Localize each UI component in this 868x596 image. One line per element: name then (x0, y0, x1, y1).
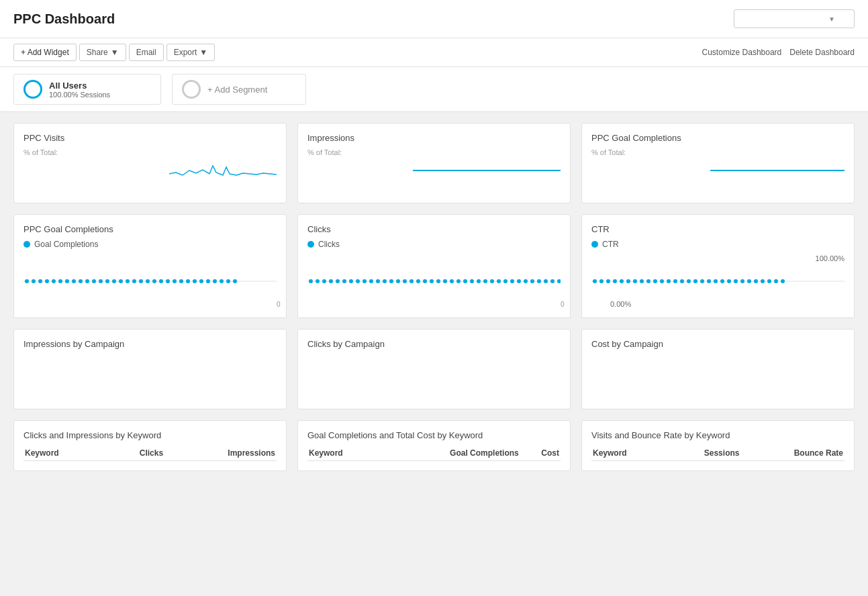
clicks-legend: Clicks (307, 240, 561, 249)
email-button[interactable]: Email (129, 44, 164, 61)
col-cost: Cost (520, 446, 561, 461)
svg-point-38 (322, 279, 326, 283)
widget-ppc-goal-completions-dot: PPC Goal Completions Goal Completions (13, 214, 287, 318)
goal-cost-table: Keyword Goal Completions Cost (307, 446, 561, 461)
svg-point-28 (193, 279, 197, 283)
svg-point-90 (673, 279, 677, 283)
svg-point-79 (599, 279, 604, 283)
svg-point-52 (416, 279, 420, 283)
svg-point-20 (139, 279, 143, 283)
svg-point-27 (186, 279, 190, 283)
svg-point-43 (356, 279, 360, 283)
svg-point-100 (740, 279, 744, 283)
customize-dashboard-button[interactable]: Customize Dashboard (702, 44, 782, 60)
svg-point-103 (761, 279, 765, 283)
ctr-legend: CTR (591, 240, 845, 249)
top-bar: PPC Dashboard ▼ (0, 0, 868, 38)
svg-point-68 (524, 279, 528, 283)
goal-completions-legend-label: Goal Completions (34, 240, 98, 249)
export-label: Export (174, 48, 197, 57)
col-goal-completions: Goal Completions (379, 446, 520, 461)
svg-point-26 (179, 279, 183, 283)
date-picker[interactable]: ▼ (734, 9, 855, 28)
widget-ppc-goal-completions-top-title: PPC Goal Completions (591, 133, 845, 143)
widgets-row4: Clicks and Impressions by Keyword Keywor… (13, 420, 855, 471)
svg-point-104 (767, 279, 771, 283)
svg-point-19 (132, 279, 136, 283)
svg-point-49 (396, 279, 400, 283)
svg-point-32 (220, 279, 224, 283)
widget-goal-completions-dot-title: PPC Goal Completions (23, 224, 277, 234)
impressions-chart (307, 160, 561, 177)
segment-text: All Users 100.00% Sessions (49, 81, 110, 99)
widget-ppc-goal-completions-top-subtitle: % of Total: (591, 148, 845, 156)
delete-dashboard-button[interactable]: Delete Dashboard (789, 44, 855, 60)
col-sessions: Sessions (665, 446, 740, 461)
svg-point-67 (517, 279, 521, 283)
svg-point-16 (112, 279, 116, 283)
svg-point-88 (660, 279, 664, 283)
segments-bar: All Users 100.00% Sessions + Add Segment (0, 67, 868, 112)
svg-point-66 (510, 279, 514, 283)
goal-completions-dot-icon (23, 241, 30, 248)
svg-point-80 (606, 279, 610, 283)
col-keyword-1: Keyword (23, 446, 105, 461)
top-bar-right: ▼ (734, 9, 855, 28)
svg-point-3 (25, 279, 29, 283)
svg-point-65 (503, 279, 508, 283)
widget-ppc-goal-completions-top: PPC Goal Completions % of Total: (581, 123, 855, 203)
svg-point-105 (774, 279, 778, 283)
svg-point-73 (557, 279, 561, 283)
add-segment-box[interactable]: + Add Segment (172, 74, 306, 105)
ctr-dot-icon (591, 241, 598, 248)
all-users-segment[interactable]: All Users 100.00% Sessions (13, 74, 161, 105)
widget-clicks-dot: Clicks Clicks (297, 214, 571, 318)
svg-point-62 (483, 279, 487, 283)
svg-point-39 (329, 279, 333, 283)
page-title: PPC Dashboard (13, 11, 115, 27)
share-button[interactable]: Share ▼ (79, 44, 126, 61)
goal-completions-dotline (23, 261, 277, 301)
add-segment-label: + Add Segment (207, 85, 267, 95)
svg-point-70 (537, 279, 541, 283)
widget-clicks-impressions-keyword: Clicks and Impressions by Keyword Keywor… (13, 420, 287, 471)
svg-point-95 (707, 279, 711, 283)
ppc-goal-sparkline (710, 160, 845, 177)
clicks-by-campaign-title: Clicks by Campaign (307, 339, 561, 349)
svg-point-44 (363, 279, 367, 283)
svg-point-92 (687, 279, 691, 283)
svg-point-18 (126, 279, 130, 283)
export-chevron-icon: ▼ (199, 48, 207, 57)
svg-point-61 (477, 279, 481, 283)
date-picker-value (741, 14, 743, 23)
toolbar-right: Customize Dashboard Delete Dashboard (702, 44, 855, 60)
svg-point-14 (99, 279, 103, 283)
svg-point-59 (463, 279, 467, 283)
widgets-row2: PPC Goal Completions Goal Completions (13, 214, 855, 318)
svg-point-106 (781, 279, 785, 283)
export-button[interactable]: Export ▼ (166, 44, 215, 61)
ppc-visits-chart (23, 160, 277, 184)
toolbar-left: + Add Widget Share ▼ Email Export ▼ (13, 44, 700, 61)
svg-point-91 (680, 279, 684, 283)
svg-point-85 (640, 279, 644, 283)
svg-point-51 (409, 279, 414, 283)
svg-point-25 (173, 279, 177, 283)
toolbar: + Add Widget Share ▼ Email Export ▼ Cust… (0, 38, 868, 67)
clicks-chart: 0 (307, 254, 561, 308)
add-widget-button[interactable]: + Add Widget (13, 44, 77, 61)
widget-ppc-visits-subtitle: % of Total: (23, 148, 277, 156)
cost-by-campaign-title: Cost by Campaign (591, 339, 845, 349)
widget-goal-cost-keyword: Goal Completions and Total Cost by Keywo… (297, 420, 571, 471)
widget-impressions-by-campaign: Impressions by Campaign (13, 329, 287, 409)
svg-point-9 (65, 279, 69, 283)
ppc-goal-chart (591, 160, 845, 177)
svg-point-12 (85, 279, 89, 283)
date-picker-chevron-icon: ▼ (828, 15, 835, 23)
svg-point-33 (226, 279, 230, 283)
impressions-sparkline (413, 160, 561, 177)
svg-point-34 (233, 279, 237, 283)
svg-point-57 (450, 279, 454, 283)
ctr-chart: 100.00% 0.0 (591, 254, 845, 308)
svg-point-71 (544, 279, 548, 283)
